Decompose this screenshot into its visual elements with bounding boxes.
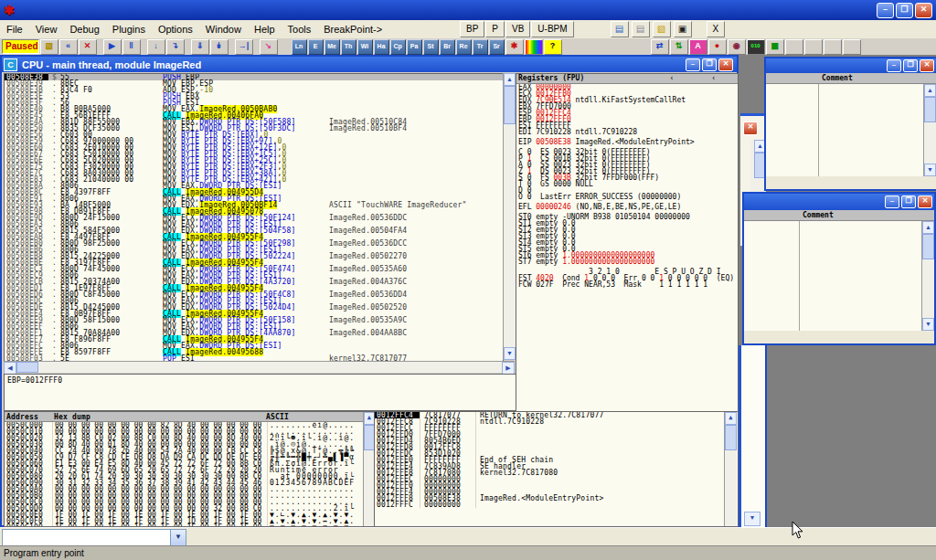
hidden-window-close-icon[interactable]: ✕ bbox=[743, 122, 758, 135]
disasm-row[interactable]: 00508E3B.83C4 F0ADD ESP,-10 bbox=[5, 87, 503, 93]
close-button[interactable]: ✕ bbox=[915, 3, 932, 18]
column-header[interactable]: Comment bbox=[744, 210, 934, 221]
cpu-restore-icon[interactable]: ❐ bbox=[702, 58, 717, 71]
view-button-th[interactable]: Th bbox=[341, 39, 356, 55]
menu-item-plugins[interactable]: Plugins bbox=[106, 22, 152, 37]
cpu-titlebar[interactable]: C CPU - main thread, module ImageRed – ❐… bbox=[2, 57, 737, 72]
view-button-pa[interactable]: Pa bbox=[407, 39, 422, 55]
disasm-row[interactable]: 00508EFE.E8 8597F8FFCALL ImageRed.004956… bbox=[5, 349, 503, 355]
cpu-minimize-icon[interactable]: – bbox=[686, 58, 700, 71]
stack-vscrollbar[interactable]: ▲ bbox=[724, 412, 737, 526]
blank-button[interactable] bbox=[804, 39, 823, 55]
scroll-right-icon[interactable]: ▶ bbox=[502, 362, 515, 375]
view-button-ha[interactable]: Ha bbox=[374, 39, 389, 55]
restart-button[interactable]: « bbox=[59, 39, 78, 55]
help-icon[interactable]: ? bbox=[544, 39, 562, 55]
stack-row[interactable]: 0012FFFC00000000 bbox=[375, 502, 738, 508]
folder-icon[interactable]: ▧ bbox=[653, 21, 671, 37]
close-icon[interactable]: ✕ bbox=[920, 59, 934, 72]
scroll-left-icon[interactable]: ◀ bbox=[4, 362, 16, 375]
appearance-palette-icon[interactable] bbox=[525, 39, 543, 55]
console-icon[interactable]: ▣ bbox=[674, 21, 692, 37]
execute-till-return-button[interactable]: →| bbox=[235, 39, 253, 55]
scroll-down-icon[interactable]: ▼ bbox=[504, 347, 516, 360]
options-gear-icon[interactable]: ✱ bbox=[505, 39, 524, 55]
scroll-up-icon[interactable]: ▲ bbox=[725, 412, 737, 425]
maximize-icon[interactable]: ❐ bbox=[903, 59, 918, 72]
registers-pane[interactable]: Registers (FPU) ‹ ‹ EAX 00000000ECX 0012… bbox=[516, 73, 739, 412]
view-button-ln[interactable]: Ln bbox=[292, 39, 307, 55]
view-button-re[interactable]: Re bbox=[456, 39, 472, 55]
menu-item-options[interactable]: Options bbox=[152, 22, 199, 37]
swap-plugin-icon[interactable]: ⇄ bbox=[651, 39, 669, 55]
command-combobox[interactable]: ▼ bbox=[2, 529, 186, 546]
menu-item-debug[interactable]: Debug bbox=[63, 22, 105, 37]
menu-item-breakpoint[interactable]: BreakPoint-> bbox=[317, 22, 388, 37]
stack-pane[interactable]: 0012FFC47C817077RETURN to kernel32.7C817… bbox=[374, 411, 739, 527]
step-over-button[interactable]: ↴ bbox=[166, 39, 185, 55]
comment-window-top-body[interactable]: ▲ ▼ bbox=[766, 84, 936, 176]
blank-button[interactable] bbox=[824, 39, 842, 55]
scroll-up-icon[interactable]: ▲ bbox=[504, 73, 516, 86]
pause-button[interactable]: ‖ bbox=[122, 39, 141, 55]
minimize-button[interactable]: – bbox=[877, 3, 894, 18]
view-button-me[interactable]: Me bbox=[324, 39, 340, 55]
grid-plugin-icon[interactable]: ▦ bbox=[766, 39, 784, 55]
menu-item-tools[interactable]: Tools bbox=[282, 22, 318, 37]
scroll-down-icon[interactable]: ▼ bbox=[924, 164, 936, 176]
record-plugin-icon[interactable]: ● bbox=[708, 39, 727, 55]
dump-column-headers[interactable]: Address Hex dump ASCII bbox=[5, 412, 374, 422]
combobox-dropdown-icon[interactable]: ▼ bbox=[170, 530, 186, 545]
close-icon[interactable]: ✕ bbox=[918, 195, 932, 208]
notepad-icon[interactable]: ▤ bbox=[611, 21, 629, 37]
minimize-icon[interactable]: – bbox=[885, 195, 899, 208]
menubar-button-bp[interactable]: BP bbox=[460, 21, 484, 37]
binary-plugin-icon[interactable]: 010 bbox=[747, 39, 765, 55]
command-input[interactable] bbox=[3, 530, 170, 545]
hex-dump-pane[interactable]: Address Hex dump ASCII 0050C00000 00 00 … bbox=[4, 411, 375, 527]
menu-item-help[interactable]: Help bbox=[248, 22, 282, 37]
restore-button[interactable]: ❐ bbox=[896, 3, 913, 18]
disassembly-pane[interactable]: 00508E38$55PUSH EBP00508E39.8BECMOV EBP,… bbox=[4, 73, 504, 362]
step-into-button[interactable]: ↓ bbox=[147, 39, 165, 55]
view-button-br[interactable]: Br bbox=[440, 39, 455, 55]
column-header[interactable]: Comment bbox=[766, 73, 936, 84]
scroll-up-icon[interactable]: ▲ bbox=[922, 221, 934, 234]
menubar-button-vb[interactable]: VB bbox=[505, 21, 530, 37]
scroll-down-icon[interactable]: ▼ bbox=[922, 318, 934, 331]
disassembly-hscrollbar[interactable]: ◀ ▶ bbox=[4, 361, 515, 373]
disasm-row[interactable]: 00508E38$55PUSH EBP bbox=[5, 74, 503, 80]
info-pane[interactable]: EBP=0012FFF0 bbox=[4, 374, 516, 411]
view-button-wi[interactable]: Wi bbox=[357, 39, 373, 55]
updown-plugin-icon[interactable]: ⇅ bbox=[670, 39, 688, 55]
view-button-tr[interactable]: Tr bbox=[473, 39, 488, 55]
menu-item-window[interactable]: Window bbox=[199, 22, 248, 37]
scrollbar[interactable]: ▲ ▼ bbox=[923, 84, 936, 176]
animate-into-button[interactable]: ⇓ bbox=[191, 39, 209, 55]
blank-button[interactable] bbox=[843, 39, 861, 55]
run-button[interactable]: ▶ bbox=[103, 39, 122, 55]
document-icon[interactable]: ▤ bbox=[632, 21, 650, 37]
view-button-e[interactable]: E bbox=[308, 39, 324, 55]
goto-button[interactable]: ↘ bbox=[260, 39, 278, 55]
cpu-close-icon[interactable]: ✕ bbox=[718, 58, 733, 71]
scroll-up-icon[interactable]: ▲ bbox=[924, 84, 936, 97]
analyze-plugin-icon[interactable]: A bbox=[689, 39, 707, 55]
disassembly-vscrollbar[interactable]: ▲ ▼ bbox=[503, 73, 516, 360]
view-button-st[interactable]: St bbox=[423, 39, 439, 55]
menu-item-view[interactable]: View bbox=[29, 22, 64, 37]
menubar-button-ubpm[interactable]: U-BPM bbox=[531, 21, 573, 37]
comment-window-bottom-body[interactable]: ▲ ▼ bbox=[744, 221, 934, 331]
blank-button[interactable] bbox=[785, 39, 803, 55]
open-file-button[interactable]: ▧ bbox=[40, 39, 58, 55]
disasm-row[interactable]: 00508E3E.53PUSH EBX bbox=[5, 93, 503, 100]
maximize-icon[interactable]: ❐ bbox=[901, 195, 916, 208]
minimize-icon[interactable]: – bbox=[887, 59, 901, 72]
registers-header-arrows[interactable]: ‹ ‹ bbox=[670, 74, 732, 82]
scrollbar[interactable]: ▲ ▼ bbox=[921, 221, 934, 331]
menubar-button-p[interactable]: P bbox=[485, 21, 505, 37]
close-program-button[interactable]: ✕ bbox=[79, 39, 97, 55]
menubar-close-button[interactable]: X bbox=[707, 21, 726, 37]
view-button-cp[interactable]: Cp bbox=[390, 39, 406, 55]
menu-item-file[interactable]: File bbox=[0, 22, 29, 37]
